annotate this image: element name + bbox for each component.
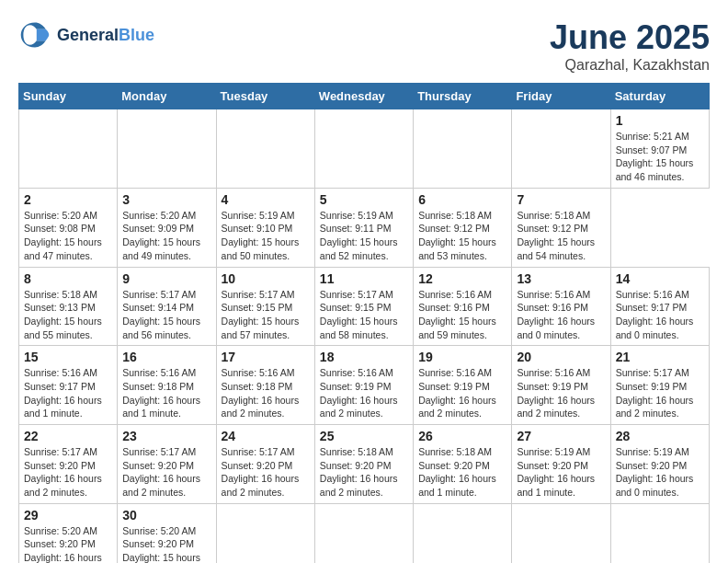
table-row: 15Sunrise: 5:16 AM Sunset: 9:17 PM Dayli… xyxy=(19,346,118,425)
page-header: GeneralBlue June 2025 Qarazhal, Kazakhst… xyxy=(18,18,710,74)
day-number: 3 xyxy=(122,192,210,207)
cell-sun-info: Sunrise: 5:19 AM Sunset: 9:11 PM Dayligh… xyxy=(320,209,408,263)
table-row: 12Sunrise: 5:16 AM Sunset: 9:16 PM Dayli… xyxy=(414,267,512,346)
table-row xyxy=(512,503,610,563)
table-row: 17Sunrise: 5:16 AM Sunset: 9:18 PM Dayli… xyxy=(216,346,314,425)
calendar-header-row: Sunday Monday Tuesday Wednesday Thursday… xyxy=(19,84,710,109)
day-number: 15 xyxy=(24,350,112,364)
cell-sun-info: Sunrise: 5:16 AM Sunset: 9:18 PM Dayligh… xyxy=(122,366,210,420)
cell-sun-info: Sunrise: 5:16 AM Sunset: 9:16 PM Dayligh… xyxy=(418,288,506,342)
cell-sun-info: Sunrise: 5:17 AM Sunset: 9:20 PM Dayligh… xyxy=(24,445,112,500)
table-row: 29Sunrise: 5:20 AM Sunset: 9:20 PM Dayli… xyxy=(19,503,118,563)
cell-sun-info: Sunrise: 5:16 AM Sunset: 9:17 PM Dayligh… xyxy=(616,288,704,342)
day-number: 28 xyxy=(616,429,704,443)
cell-sun-info: Sunrise: 5:20 AM Sunset: 9:09 PM Dayligh… xyxy=(122,209,210,263)
week-row-5: 22Sunrise: 5:17 AM Sunset: 9:20 PM Dayli… xyxy=(19,425,710,504)
cell-sun-info: Sunrise: 5:20 AM Sunset: 9:20 PM Dayligh… xyxy=(122,524,210,563)
cell-sun-info: Sunrise: 5:20 AM Sunset: 9:08 PM Dayligh… xyxy=(24,209,112,263)
day-number: 8 xyxy=(24,271,112,286)
table-row: 6Sunrise: 5:18 AM Sunset: 9:12 PM Daylig… xyxy=(414,188,512,267)
table-row: 9Sunrise: 5:17 AM Sunset: 9:14 PM Daylig… xyxy=(118,267,216,346)
day-number: 13 xyxy=(517,271,605,286)
table-row: 22Sunrise: 5:17 AM Sunset: 9:20 PM Dayli… xyxy=(19,425,118,504)
day-number: 16 xyxy=(122,350,210,364)
day-number: 19 xyxy=(418,350,506,364)
day-number: 23 xyxy=(122,429,210,443)
table-row: 3Sunrise: 5:20 AM Sunset: 9:09 PM Daylig… xyxy=(118,188,216,267)
cell-sun-info: Sunrise: 5:21 AM Sunset: 9:07 PM Dayligh… xyxy=(616,130,704,184)
table-row: 24Sunrise: 5:17 AM Sunset: 9:20 PM Dayli… xyxy=(216,425,314,504)
cell-sun-info: Sunrise: 5:17 AM Sunset: 9:15 PM Dayligh… xyxy=(320,288,408,342)
day-number: 4 xyxy=(222,192,310,207)
col-monday: Monday xyxy=(118,84,216,109)
table-row: 21Sunrise: 5:17 AM Sunset: 9:19 PM Dayli… xyxy=(610,346,709,425)
month-title: June 2025 xyxy=(550,18,710,57)
table-row xyxy=(414,503,512,563)
table-row: 5Sunrise: 5:19 AM Sunset: 9:11 PM Daylig… xyxy=(314,188,413,267)
day-number: 1 xyxy=(616,113,704,128)
col-wednesday: Wednesday xyxy=(314,84,413,109)
cell-sun-info: Sunrise: 5:19 AM Sunset: 9:10 PM Dayligh… xyxy=(222,209,310,263)
table-row: 10Sunrise: 5:17 AM Sunset: 9:15 PM Dayli… xyxy=(216,267,314,346)
table-row xyxy=(216,503,314,563)
cell-sun-info: Sunrise: 5:16 AM Sunset: 9:18 PM Dayligh… xyxy=(222,366,310,420)
day-number: 2 xyxy=(24,192,112,207)
table-row: 8Sunrise: 5:18 AM Sunset: 9:13 PM Daylig… xyxy=(19,267,118,346)
day-number: 17 xyxy=(222,350,310,364)
col-thursday: Thursday xyxy=(414,84,512,109)
table-row: 13Sunrise: 5:16 AM Sunset: 9:16 PM Dayli… xyxy=(512,267,610,346)
table-row: 1Sunrise: 5:21 AM Sunset: 9:07 PM Daylig… xyxy=(610,109,709,189)
day-number: 30 xyxy=(122,508,210,523)
location: Qarazhal, Kazakhstan xyxy=(550,57,710,74)
col-sunday: Sunday xyxy=(19,84,118,109)
cell-sun-info: Sunrise: 5:18 AM Sunset: 9:12 PM Dayligh… xyxy=(517,209,605,263)
cell-sun-info: Sunrise: 5:18 AM Sunset: 9:20 PM Dayligh… xyxy=(418,445,506,500)
cell-sun-info: Sunrise: 5:16 AM Sunset: 9:19 PM Dayligh… xyxy=(517,366,605,420)
cell-sun-info: Sunrise: 5:17 AM Sunset: 9:15 PM Dayligh… xyxy=(222,288,310,342)
day-number: 21 xyxy=(616,350,704,364)
day-number: 25 xyxy=(320,429,408,443)
table-row xyxy=(512,109,610,189)
calendar-table: Sunday Monday Tuesday Wednesday Thursday… xyxy=(18,83,710,563)
table-row: 30Sunrise: 5:20 AM Sunset: 9:20 PM Dayli… xyxy=(118,503,216,563)
day-number: 5 xyxy=(320,192,408,207)
table-row: 25Sunrise: 5:18 AM Sunset: 9:20 PM Dayli… xyxy=(314,425,413,504)
table-row: 26Sunrise: 5:18 AM Sunset: 9:20 PM Dayli… xyxy=(414,425,512,504)
table-row: 14Sunrise: 5:16 AM Sunset: 9:17 PM Dayli… xyxy=(610,267,709,346)
day-number: 14 xyxy=(616,271,704,286)
col-saturday: Saturday xyxy=(610,84,709,109)
cell-sun-info: Sunrise: 5:17 AM Sunset: 9:20 PM Dayligh… xyxy=(122,445,210,500)
week-row-1: 1Sunrise: 5:21 AM Sunset: 9:07 PM Daylig… xyxy=(19,109,710,189)
table-row xyxy=(314,503,413,563)
col-friday: Friday xyxy=(512,84,610,109)
logo-text: GeneralBlue xyxy=(57,26,154,45)
day-number: 10 xyxy=(222,271,310,286)
cell-sun-info: Sunrise: 5:16 AM Sunset: 9:19 PM Dayligh… xyxy=(320,366,408,420)
week-row-4: 15Sunrise: 5:16 AM Sunset: 9:17 PM Dayli… xyxy=(19,346,710,425)
cell-sun-info: Sunrise: 5:17 AM Sunset: 9:20 PM Dayligh… xyxy=(222,445,310,500)
day-number: 29 xyxy=(24,508,112,523)
table-row: 4Sunrise: 5:19 AM Sunset: 9:10 PM Daylig… xyxy=(216,188,314,267)
day-number: 26 xyxy=(418,429,506,443)
table-row xyxy=(414,109,512,189)
table-row xyxy=(19,109,118,189)
table-row xyxy=(216,109,314,189)
day-number: 18 xyxy=(320,350,408,364)
table-row: 16Sunrise: 5:16 AM Sunset: 9:18 PM Dayli… xyxy=(118,346,216,425)
cell-sun-info: Sunrise: 5:19 AM Sunset: 9:20 PM Dayligh… xyxy=(616,445,704,500)
table-row: 20Sunrise: 5:16 AM Sunset: 9:19 PM Dayli… xyxy=(512,346,610,425)
cell-sun-info: Sunrise: 5:18 AM Sunset: 9:20 PM Dayligh… xyxy=(320,445,408,500)
cell-sun-info: Sunrise: 5:19 AM Sunset: 9:20 PM Dayligh… xyxy=(517,445,605,500)
table-row: 11Sunrise: 5:17 AM Sunset: 9:15 PM Dayli… xyxy=(314,267,413,346)
table-row xyxy=(314,109,413,189)
table-row: 7Sunrise: 5:18 AM Sunset: 9:12 PM Daylig… xyxy=(512,188,610,267)
table-row: 2Sunrise: 5:20 AM Sunset: 9:08 PM Daylig… xyxy=(19,188,118,267)
table-row: 27Sunrise: 5:19 AM Sunset: 9:20 PM Dayli… xyxy=(512,425,610,504)
logo-icon xyxy=(18,18,51,52)
cell-sun-info: Sunrise: 5:17 AM Sunset: 9:14 PM Dayligh… xyxy=(122,288,210,342)
table-row: 18Sunrise: 5:16 AM Sunset: 9:19 PM Dayli… xyxy=(314,346,413,425)
title-area: June 2025 Qarazhal, Kazakhstan xyxy=(550,18,710,74)
day-number: 6 xyxy=(418,192,506,207)
day-number: 11 xyxy=(320,271,408,286)
cell-sun-info: Sunrise: 5:18 AM Sunset: 9:12 PM Dayligh… xyxy=(418,209,506,263)
